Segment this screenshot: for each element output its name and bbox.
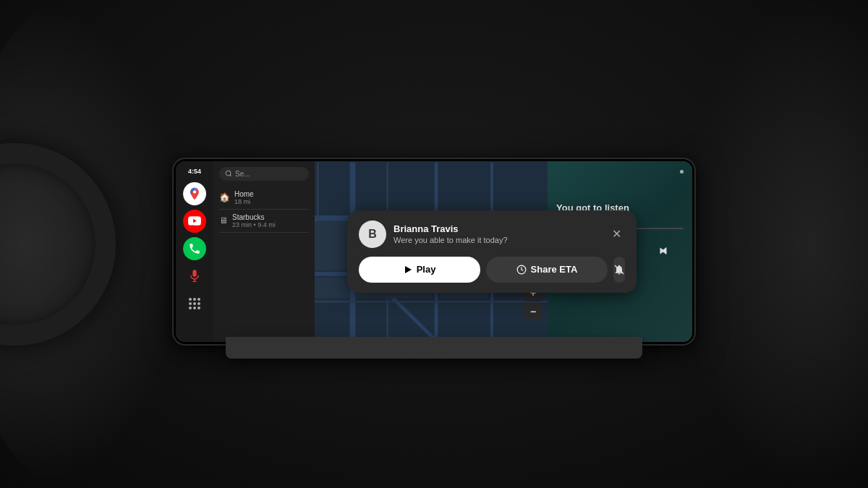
svg-point-7 (189, 302, 192, 305)
share-eta-button[interactable]: Share ETA (486, 257, 608, 283)
starbucks-nav-details: 23 min • 9.4 mi (232, 221, 309, 228)
contact-initial: B (368, 228, 377, 241)
svg-rect-1 (192, 270, 196, 276)
svg-point-0 (193, 190, 196, 193)
nav-home-item[interactable]: 🏠 Home 18 mi (219, 187, 309, 210)
svg-point-30 (226, 171, 231, 176)
app-sidebar: 4:54 (176, 161, 213, 342)
notification-popup: B Brianna Travis Were you able to make i… (347, 210, 637, 293)
svg-point-12 (197, 307, 200, 309)
svg-line-31 (230, 175, 231, 176)
contact-name: Brianna Travis (393, 223, 600, 234)
notification-actions: Play Share ETA (359, 257, 625, 283)
svg-point-4 (189, 298, 192, 301)
mute-button[interactable] (613, 257, 625, 283)
youtube-app-icon[interactable] (183, 210, 206, 233)
home-nav-icon: 🏠 (219, 192, 230, 202)
svg-point-5 (193, 298, 196, 301)
search-bar[interactable]: Se... (219, 167, 309, 181)
phone-app-icon[interactable] (183, 237, 206, 260)
android-auto-screen: 4:54 (174, 159, 694, 344)
microphone-icon[interactable] (183, 265, 206, 288)
screen-mount (226, 337, 642, 359)
home-nav-details: 18 mi (234, 198, 309, 205)
next-track-button[interactable] (652, 239, 675, 262)
music-dot (680, 170, 684, 174)
zoom-out-button[interactable]: − (524, 303, 542, 320)
notification-message: Were you able to make it today? (393, 236, 600, 244)
svg-point-9 (197, 302, 200, 305)
share-eta-label: Share ETA (531, 264, 578, 275)
starbucks-nav-icon: 🖥 (219, 215, 228, 226)
notification-header: B Brianna Travis Were you able to make i… (359, 221, 625, 248)
navigation-panel: Se... 🏠 Home 18 mi 🖥 Starbucks 23 (213, 161, 315, 342)
maps-app-icon[interactable] (183, 182, 206, 205)
home-nav-name: Home (234, 190, 309, 198)
svg-point-11 (193, 307, 196, 309)
contact-avatar: B (359, 221, 386, 248)
status-time: 4:54 (188, 167, 201, 178)
svg-point-6 (197, 298, 200, 301)
play-button[interactable]: Play (359, 257, 480, 283)
apps-grid-icon[interactable] (183, 292, 206, 315)
nav-starbucks-item[interactable]: 🖥 Starbucks 23 min • 9.4 mi (219, 210, 309, 233)
svg-point-8 (193, 302, 196, 305)
search-text: Se... (235, 170, 250, 178)
notification-text: Brianna Travis Were you able to make it … (393, 223, 600, 244)
svg-point-10 (189, 307, 192, 309)
svg-marker-36 (405, 266, 412, 273)
starbucks-nav-name: Starbucks (232, 213, 309, 221)
close-notification-button[interactable]: ✕ (608, 226, 625, 243)
play-label: Play (417, 264, 436, 275)
